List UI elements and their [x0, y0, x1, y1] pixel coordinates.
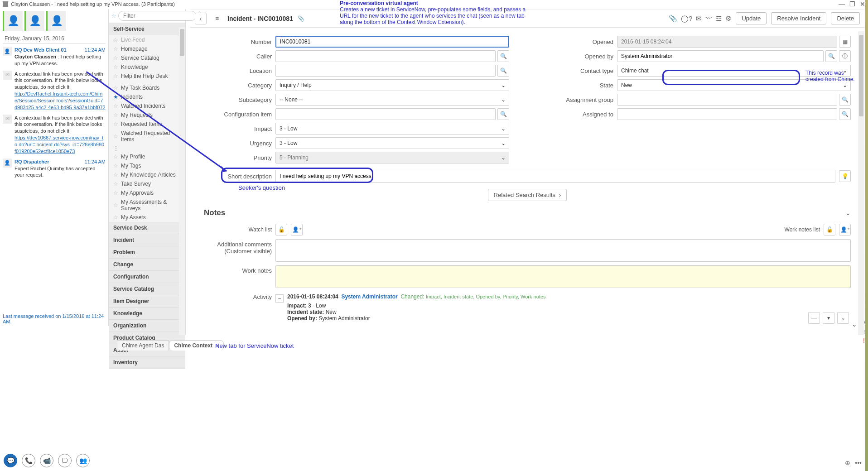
- help-icon[interactable]: ◯?: [681, 14, 692, 23]
- config-item-field[interactable]: [275, 108, 496, 120]
- add-me-icon[interactable]: 👤⁺: [291, 224, 303, 236]
- collapse-notes-icon[interactable]: ⌄: [845, 209, 851, 216]
- opened-by-field[interactable]: [617, 50, 824, 62]
- star-icon[interactable]: ☆: [113, 190, 118, 196]
- star-icon[interactable]: ☆: [113, 121, 118, 127]
- short-description-field[interactable]: [275, 170, 835, 183]
- sidebar-item[interactable]: ☆My Knowledge Articles: [109, 170, 185, 179]
- sidebar-item[interactable]: ☆My Task Boards: [109, 83, 185, 92]
- subcategory-select[interactable]: -- None --⌄: [275, 94, 509, 106]
- sidebar-item[interactable]: ☆My Assets: [109, 213, 185, 222]
- expand-caret-icon[interactable]: ⌄: [852, 321, 857, 328]
- nav-section[interactable]: Knowledge: [109, 308, 185, 320]
- sidebar-item[interactable]: ☆Help the Help Desk: [109, 72, 185, 81]
- sidebar-item[interactable]: ☆Watched Incidents: [109, 101, 185, 111]
- resolve-button[interactable]: Resolve Incident: [771, 12, 826, 24]
- nav-section[interactable]: Organization: [109, 320, 185, 332]
- lookup-icon[interactable]: 🔍: [825, 50, 837, 62]
- sidebar-item[interactable]: ☆My Requests: [109, 111, 185, 120]
- urgency-select[interactable]: 3 - Low⌄: [275, 137, 509, 149]
- delete-button[interactable]: Delete: [831, 12, 860, 24]
- nav-section[interactable]: Change: [109, 259, 185, 271]
- nav-more[interactable]: ⋮: [109, 144, 185, 152]
- star-icon[interactable]: ☆: [113, 64, 118, 70]
- star-icon[interactable]: ☆: [113, 202, 118, 208]
- unlock-icon[interactable]: 🔓: [824, 224, 835, 236]
- menu-icon[interactable]: ≡: [211, 13, 223, 24]
- lookup-icon[interactable]: 🔍: [497, 50, 509, 62]
- lookup-icon[interactable]: 🔍: [839, 94, 851, 106]
- additional-comments-field[interactable]: [275, 239, 851, 262]
- sidebar-item[interactable]: ☆Service Catalog: [109, 53, 185, 62]
- update-button[interactable]: Update: [736, 12, 767, 24]
- nav-scrollbar[interactable]: [179, 27, 185, 335]
- star-icon[interactable]: ☆: [113, 85, 118, 91]
- add-me-icon[interactable]: 👤⁺: [839, 224, 851, 236]
- activity-collapse-icon[interactable]: −: [275, 294, 284, 303]
- video-icon[interactable]: 📹: [40, 454, 53, 467]
- context-link[interactable]: https://dev10667.service-now.com/nav_to.…: [14, 135, 104, 154]
- number-field[interactable]: [275, 36, 509, 48]
- activity-icon[interactable]: 〰: [705, 14, 712, 22]
- maximize-icon[interactable]: ❐: [849, 0, 855, 8]
- star-icon[interactable]: ☆: [113, 37, 118, 43]
- star-icon[interactable]: ☆: [113, 55, 118, 61]
- nav-section[interactable]: Inventory: [109, 356, 185, 369]
- sidebar-item[interactable]: ☆My Profile: [109, 152, 185, 161]
- list-icon[interactable]: ☲: [716, 14, 722, 23]
- call-icon[interactable]: 📞: [22, 454, 35, 467]
- sidebar-item[interactable]: ☆Take Survey: [109, 179, 185, 188]
- nav-section-self-service[interactable]: Self-Service: [109, 23, 185, 35]
- sidebar-item[interactable]: ☆Live Feed: [109, 35, 185, 44]
- category-select[interactable]: Inquiry / Help⌄: [275, 79, 509, 91]
- sidebar-item[interactable]: ☆Watched Requested Items: [109, 129, 185, 144]
- star-icon[interactable]: ☆: [111, 13, 116, 19]
- star-icon[interactable]: ☆: [113, 154, 118, 160]
- participants-icon[interactable]: 👥: [76, 454, 90, 467]
- sidebar-item[interactable]: ☆Homepage: [109, 44, 185, 53]
- add-icon[interactable]: ⊕: [845, 459, 850, 466]
- star-icon[interactable]: ☆: [113, 112, 118, 118]
- sidebar-item[interactable]: ☆Requested Items: [109, 120, 185, 129]
- related-search-button[interactable]: Related Search Results ›: [488, 189, 567, 201]
- nav-section[interactable]: Service Desk: [109, 222, 185, 234]
- work-notes-field[interactable]: [275, 265, 851, 288]
- activity-toggle-icon[interactable]: —: [808, 312, 820, 324]
- tab-chime-dashboard[interactable]: Chime Agent Das: [117, 340, 169, 351]
- lookup-icon[interactable]: 🔍: [497, 65, 509, 77]
- settings-icon[interactable]: ⚙: [725, 14, 731, 23]
- star-icon[interactable]: ☆: [113, 73, 118, 79]
- nav-section[interactable]: Service Catalog: [109, 283, 185, 295]
- attachment-icon[interactable]: 📎: [669, 14, 677, 23]
- caller-field[interactable]: [275, 50, 496, 62]
- minimize-icon[interactable]: —: [839, 0, 845, 8]
- calendar-icon[interactable]: ▦: [839, 36, 851, 48]
- star-icon[interactable]: ☆: [113, 46, 118, 52]
- location-field[interactable]: [275, 65, 496, 77]
- nav-section[interactable]: Item Designer: [109, 295, 185, 308]
- priority-icon[interactable]: !: [863, 337, 865, 344]
- lookup-icon[interactable]: 🔍: [839, 108, 851, 120]
- back-button[interactable]: ‹: [195, 13, 207, 24]
- star-icon[interactable]: ☆: [113, 133, 118, 139]
- more-icon[interactable]: •••: [855, 459, 862, 466]
- sidebar-item[interactable]: ☆My Tags: [109, 161, 185, 170]
- info-icon[interactable]: ⓘ: [839, 50, 851, 62]
- email-icon[interactable]: ✉: [696, 14, 702, 23]
- present-icon[interactable]: 🖵: [58, 454, 72, 467]
- sidebar-item[interactable]: ☆Knowledge: [109, 62, 185, 72]
- assignment-group-field[interactable]: [617, 94, 837, 106]
- star-icon[interactable]: ☆: [113, 163, 118, 169]
- star-icon[interactable]: ☆: [113, 172, 118, 178]
- star-icon[interactable]: ☆: [113, 214, 118, 221]
- context-link[interactable]: http://DevRachel.Instant-tech.com/Chime/…: [14, 91, 106, 110]
- nav-filter-input[interactable]: [118, 11, 196, 21]
- star-icon[interactable]: ☆: [113, 103, 118, 109]
- nav-section[interactable]: Problem: [109, 246, 185, 259]
- sidebar-item[interactable]: ★Incidents: [109, 92, 185, 101]
- unlock-icon[interactable]: 🔓: [275, 224, 287, 236]
- nav-section[interactable]: Configuration: [109, 271, 185, 283]
- sidebar-item[interactable]: ☆My Assessments & Surveys: [109, 197, 185, 213]
- activity-filter-icon[interactable]: ▾: [823, 312, 834, 324]
- impact-select[interactable]: 3 - Low⌄: [275, 123, 509, 135]
